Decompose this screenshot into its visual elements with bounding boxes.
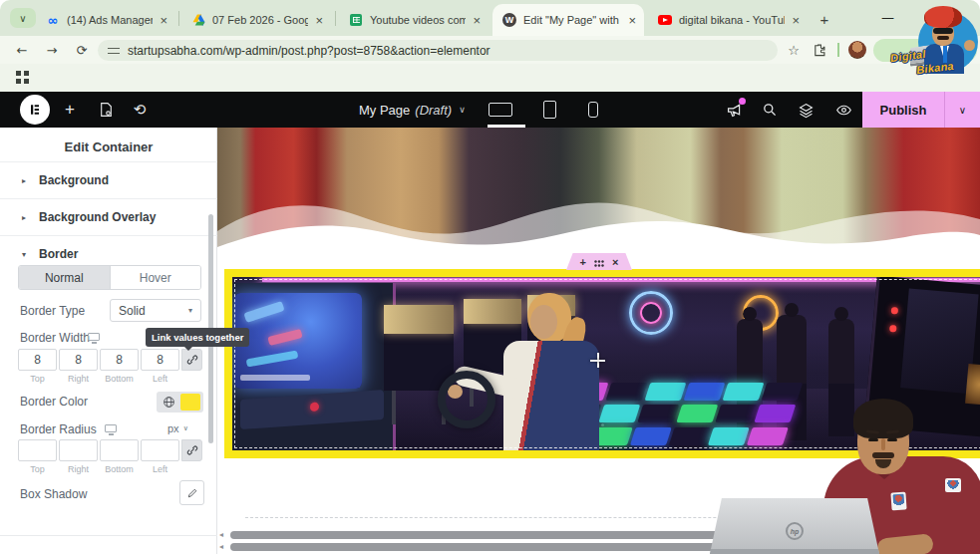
- state-tabs: Normal Hover: [18, 265, 201, 290]
- container-handle: + ×: [566, 253, 632, 270]
- youtube-icon: [658, 13, 672, 27]
- section-label: Background Overlay: [39, 210, 156, 224]
- tab-hover[interactable]: Hover: [110, 266, 201, 289]
- sleeve-logo-patch: [945, 478, 961, 492]
- drag-container-icon[interactable]: [594, 253, 604, 271]
- tab-elementor-active[interactable]: W Edit "My Page" with Elem ×: [492, 4, 644, 36]
- notification-dot: [739, 98, 746, 105]
- profile-avatar[interactable]: [848, 41, 866, 59]
- forward-icon[interactable]: →: [42, 40, 62, 60]
- scroll-left-arrow[interactable]: ◂: [219, 530, 223, 539]
- preview-eye-icon[interactable]: [833, 100, 853, 120]
- border-color-swatch[interactable]: [180, 394, 200, 411]
- chevron-down-icon: ∨: [459, 105, 466, 115]
- mascot-turban: [924, 6, 962, 28]
- publish-options-caret[interactable]: ∨: [944, 92, 980, 128]
- dim-label-top: Top: [18, 464, 57, 474]
- page-settings-icon[interactable]: [96, 100, 116, 120]
- browser-window: ∨ ∞ (14) Ads Manager - Mana × 07 Feb 202…: [0, 0, 980, 554]
- border-radius-right-input[interactable]: [59, 439, 98, 461]
- bookmarks-bar: [0, 64, 980, 92]
- finder-search-icon[interactable]: [760, 100, 780, 120]
- link-values-button[interactable]: [181, 349, 202, 371]
- close-tab-icon[interactable]: ×: [160, 14, 167, 27]
- bookmark-star-icon[interactable]: ☆: [784, 40, 804, 60]
- border-type-select[interactable]: Solid ▾: [110, 299, 201, 322]
- steering-wheel: [438, 371, 495, 428]
- section-label: Background: [39, 173, 109, 187]
- add-element-button[interactable]: +: [60, 100, 80, 120]
- tab-normal[interactable]: Normal: [19, 266, 110, 289]
- site-settings-icon[interactable]: [108, 46, 120, 56]
- border-radius-left-input[interactable]: [141, 439, 179, 461]
- add-container-icon[interactable]: +: [580, 256, 586, 268]
- border-color-label: Border Color: [20, 395, 88, 409]
- apps-grid-icon[interactable]: [16, 71, 29, 84]
- border-radius-top-input[interactable]: [18, 439, 57, 461]
- close-tab-icon[interactable]: ×: [473, 14, 481, 27]
- tab-separator: [335, 11, 336, 26]
- responsive-monitor-icon[interactable]: [88, 333, 100, 341]
- border-width-right-input[interactable]: [59, 349, 98, 371]
- device-desktop-icon[interactable]: [489, 103, 512, 117]
- radius-unit-select[interactable]: px ∨: [167, 422, 188, 434]
- tab-search-button[interactable]: ∨: [10, 8, 36, 28]
- hero-section-image[interactable]: [217, 128, 980, 257]
- neon-strip: [262, 278, 980, 282]
- tab-google-drive[interactable]: 07 Feb 2026 - Google Dri ×: [181, 4, 331, 36]
- caret-right-icon: ▸: [22, 176, 30, 185]
- elementor-logo[interactable]: [20, 95, 50, 125]
- scroll-left-arrow[interactable]: ◂: [219, 542, 223, 551]
- border-width-bottom-input[interactable]: [100, 349, 139, 371]
- presenter-laptop: hp: [710, 498, 879, 554]
- device-tablet-icon[interactable]: [543, 101, 556, 119]
- hp-logo: hp: [786, 522, 804, 540]
- tab-separator: [178, 11, 179, 26]
- page-status: (Draft): [415, 103, 452, 118]
- google-drive-icon: [191, 13, 205, 27]
- reload-icon[interactable]: ⟳: [72, 40, 92, 60]
- tab-label: 07 Feb 2026 - Google Dri: [212, 14, 308, 26]
- close-tab-icon[interactable]: ×: [628, 14, 636, 27]
- shirt-logo-patch: [890, 491, 906, 510]
- link-values-button[interactable]: [181, 439, 202, 461]
- border-width-left-input[interactable]: [141, 349, 179, 371]
- border-width-label: Border Width: [20, 331, 90, 345]
- back-icon[interactable]: ←: [12, 40, 32, 60]
- arcade-control-panel: [240, 390, 384, 429]
- dim-label-bottom: Bottom: [100, 374, 139, 384]
- delete-container-icon[interactable]: ×: [612, 256, 618, 268]
- caret-down-icon: ▾: [22, 250, 30, 259]
- section-background-overlay[interactable]: ▸ Background Overlay: [0, 198, 217, 235]
- box-shadow-edit-button[interactable]: [179, 480, 204, 505]
- device-mobile-icon[interactable]: [588, 102, 598, 118]
- caret-right-icon: ▸: [22, 213, 30, 222]
- chevron-down-icon: ∨: [183, 424, 188, 432]
- close-tab-icon[interactable]: ×: [792, 14, 800, 27]
- close-tab-icon[interactable]: ×: [315, 14, 323, 27]
- arcade-screen: [234, 293, 362, 389]
- structure-layers-icon[interactable]: [796, 100, 816, 120]
- extensions-icon[interactable]: [810, 40, 829, 60]
- neon-sign-blue: [629, 291, 673, 335]
- url-text: startupsabha.com/wp-admin/post.php?post=…: [128, 44, 490, 58]
- tab-youtube[interactable]: digital bikana - YouTube ×: [648, 4, 808, 36]
- publish-button[interactable]: Publish: [862, 92, 944, 128]
- panel-title: Edit Container: [0, 139, 217, 154]
- border-radius-bottom-input[interactable]: [100, 439, 139, 461]
- tab-ads-manager[interactable]: ∞ (14) Ads Manager - Mana ×: [36, 4, 175, 36]
- responsive-monitor-icon[interactable]: [105, 424, 117, 432]
- new-tab-button[interactable]: +: [814, 8, 835, 30]
- history-icon[interactable]: ⟲: [130, 100, 150, 120]
- box-shadow-label: Box Shadow: [20, 487, 87, 501]
- dim-label-left: Left: [141, 464, 179, 474]
- tab-sheets[interactable]: Youtube videos complet ×: [339, 4, 489, 36]
- chevron-down-icon: ∨: [19, 13, 26, 24]
- border-width-top-input[interactable]: [18, 349, 57, 371]
- editor-canvas[interactable]: + ×: [217, 128, 980, 554]
- section-background[interactable]: ▸ Background: [0, 161, 217, 198]
- section-label: Border: [39, 247, 78, 261]
- page-title-dropdown[interactable]: My Page (Draft) ∨: [359, 92, 466, 128]
- global-color-icon[interactable]: [157, 396, 180, 409]
- address-bar[interactable]: startupsabha.com/wp-admin/post.php?post=…: [98, 40, 778, 61]
